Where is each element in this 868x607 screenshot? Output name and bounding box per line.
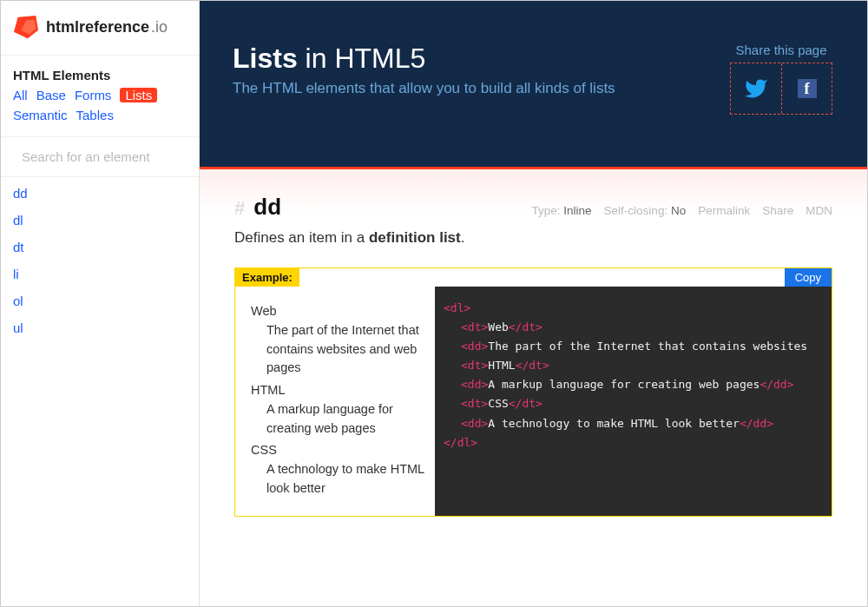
sidebar-item-li[interactable]: li [13, 267, 187, 281]
example-render: Web The part of the Internet that contai… [235, 287, 435, 516]
nav-lists[interactable]: Lists [120, 88, 157, 102]
meta-selfclosing: Self-closing: No [604, 204, 687, 217]
share-facebook[interactable]: f [781, 63, 832, 114]
meta-mdn[interactable]: MDN [806, 204, 832, 217]
nav-links: All Base Forms Lists Semantic Tables [13, 88, 187, 122]
search-area [1, 137, 199, 177]
hero: Lists in HTML5 The HTML elements that al… [200, 1, 867, 167]
meta-permalink[interactable]: Permalink [698, 204, 750, 217]
sidebar-item-dd[interactable]: dd [13, 186, 187, 201]
sidebar-item-ul[interactable]: ul [13, 320, 187, 335]
nav-tables[interactable]: Tables [76, 108, 114, 122]
render-def: The part of the Internet that contains w… [266, 321, 424, 378]
share-box: Share this page f [730, 43, 832, 115]
element-list: dd dl dt li ol ul [1, 177, 199, 344]
element-header: # dd Type: Inline Self-closing: No Perma… [200, 194, 867, 247]
example-box: Example: Copy Web The part of the Intern… [234, 267, 832, 517]
hero-title: Lists in HTML5 [233, 43, 615, 75]
facebook-icon: f [798, 79, 817, 98]
content: # dd Type: Inline Self-closing: No Perma… [200, 167, 867, 606]
main: Lists in HTML5 The HTML elements that al… [200, 1, 867, 606]
nav-title: HTML Elements [13, 68, 187, 82]
render-term: Web [251, 302, 424, 321]
hero-text: Lists in HTML5 The HTML elements that al… [233, 43, 615, 97]
example-label: Example: [235, 268, 299, 287]
render-def: A technology to make HTML look better [266, 460, 424, 498]
share-icons: f [730, 63, 832, 115]
meta-type: Type: Inline [532, 204, 592, 217]
brand-name: htmlreference [46, 18, 149, 36]
element-name: dd [253, 194, 281, 221]
nav-base[interactable]: Base [36, 88, 66, 102]
sidebar: htmlreference.io HTML Elements All Base … [1, 1, 200, 606]
meta-share[interactable]: Share [762, 204, 793, 217]
render-term: CSS [251, 441, 424, 460]
hash-icon: # [234, 197, 245, 220]
example-code: <dl> <dt>Web</dt> <dd>The part of the In… [435, 287, 832, 516]
share-label: Share this page [730, 43, 832, 57]
nav-forms[interactable]: Forms [75, 88, 112, 102]
render-def: A markup language for creating web pages [266, 400, 424, 439]
sidebar-item-ol[interactable]: ol [13, 294, 187, 308]
logo[interactable]: htmlreference.io [1, 1, 199, 56]
share-twitter[interactable] [731, 63, 781, 114]
twitter-icon [744, 76, 768, 101]
element-description: Defines an item in a definition list. [234, 229, 832, 247]
render-term: HTML [251, 381, 424, 400]
brand-tld: .io [151, 18, 168, 36]
hero-subtitle: The HTML elements that allow you to buil… [233, 80, 615, 97]
element-meta: Type: Inline Self-closing: No Permalink … [532, 204, 832, 217]
search-input[interactable] [22, 149, 187, 164]
nav-all[interactable]: All [13, 88, 28, 102]
nav-semantic[interactable]: Semantic [13, 108, 68, 122]
sidebar-item-dt[interactable]: dt [13, 240, 187, 254]
copy-button[interactable]: Copy [785, 268, 832, 287]
sidebar-item-dl[interactable]: dl [13, 213, 187, 228]
logo-icon [13, 15, 39, 39]
nav-section: HTML Elements All Base Forms Lists Seman… [1, 56, 199, 137]
